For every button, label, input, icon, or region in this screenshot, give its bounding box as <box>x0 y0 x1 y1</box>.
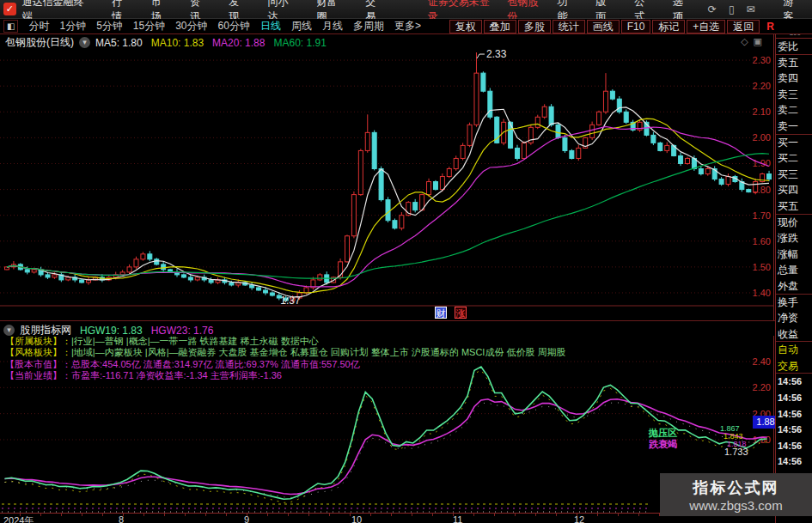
period-10[interactable]: 更多> <box>389 19 426 33</box>
sidebar-row-换手: 换手 <box>776 295 812 311</box>
indicator-value-1: HGW23: 1.76 <box>151 325 214 337</box>
tick-time-0: 14:56 <box>776 374 812 390</box>
info-line-label: 【股本市值】： <box>5 359 71 369</box>
tick-time-5: 14:56 <box>776 453 812 470</box>
sidebar-row-净资: 净资 <box>776 310 812 326</box>
x-axis-label-4: 11 <box>453 514 462 523</box>
svg-text:2.00: 2.00 <box>753 132 771 143</box>
end-label-3: 1.733 <box>724 447 748 457</box>
x-axis-label-3: 10 <box>351 514 362 523</box>
period-2[interactable]: 5分钟 <box>91 19 128 33</box>
tool-btn-8[interactable]: 返回 <box>727 20 760 33</box>
tick-time-1: 14:56 <box>776 390 812 406</box>
refresh-icon[interactable]: ⟳ <box>702 3 723 15</box>
period-0[interactable]: 分时 <box>23 19 54 33</box>
main-candlestick-chart[interactable]: 2.302.202.102.001.901.801.701.601.501.40… <box>0 34 775 320</box>
svg-text:2.20: 2.20 <box>753 81 771 91</box>
tool-btn-0[interactable]: 复权 <box>449 20 482 33</box>
info-line-label: 【风格板块】： <box>5 347 71 357</box>
sidebar-row-卖四: 卖四 <box>776 70 812 87</box>
svg-text:2.40: 2.40 <box>753 356 771 367</box>
mail-icon[interactable]: ✉ <box>741 3 761 15</box>
info-line-text: 总股本:454.05亿 流通盘:314.97亿 流通比:69.37% 流通市值:… <box>71 359 360 369</box>
stock-info-lines: 【所属板块】：|行业|—普钢 |概念|—一带一路 铁路基建 稀土永磁 数据中心【… <box>5 337 566 381</box>
chart-header: 包钢股份(日线) ▾ MA5: 1.80MA10: 1.83MA20: 1.88… <box>5 36 335 49</box>
info-line-text: |行业|—普钢 |概念|—一带一路 铁路基建 稀土永磁 数据中心 <box>71 336 319 346</box>
svg-text:1.70: 1.70 <box>753 210 771 221</box>
watermark-title: 指标公式网 <box>660 477 812 498</box>
chevron-down-icon[interactable]: ▾ <box>3 325 15 336</box>
svg-text:1.60: 1.60 <box>753 236 771 246</box>
indicator-values: HGW19: 1.83HGW23: 1.76 <box>80 325 213 337</box>
x-axis-label-2: 9 <box>244 514 249 523</box>
tool-btn-7[interactable]: +自选 <box>687 20 725 33</box>
svg-text:2.10: 2.10 <box>753 106 771 117</box>
info-line-label: 【所属板块】： <box>5 336 71 346</box>
svg-text:2.33: 2.33 <box>486 48 507 60</box>
indicator-value-0: HGW19: 1.83 <box>80 325 143 337</box>
sidebar-row-卖二: 卖二 <box>776 102 812 119</box>
x-axis-label-5: 12 <box>574 514 584 523</box>
watermark: 指标公式网 www.zbgs3.com <box>660 473 812 516</box>
top-menu-bar: ✓ 通达信金融终端 行情市场资讯发现问小达财富圈交易 证券交易未登录 包钢股份 … <box>0 0 812 19</box>
info-line-3: 【当前业绩】：市盈率:-116.71 净资收益率:-1.34 主营利润率:-1.… <box>5 371 566 381</box>
info-line-text: 市盈率:-116.71 净资收益率:-1.34 主营利润率:-1.36 <box>71 370 282 380</box>
event-mark-1: 涨 <box>455 307 467 319</box>
sidebar-auto-trade-0[interactable]: 自动 <box>776 342 812 358</box>
period-list: 分时1分钟5分钟15分钟30分钟60分钟日线周线月线多周期更多> <box>23 19 425 33</box>
sidebar-row-买一: 买一 <box>776 135 812 151</box>
x-axis-ticks <box>0 514 775 516</box>
tool-btn-5[interactable]: F10 <box>621 20 651 33</box>
svg-text:1.40: 1.40 <box>753 288 771 298</box>
sidebar-row-卖三: 卖三 <box>776 87 812 103</box>
app-logo-icon: ✓ <box>3 3 16 15</box>
svg-text:2.30: 2.30 <box>753 55 771 65</box>
info-line-label: 【当前业绩】： <box>5 370 71 380</box>
watermark-url: www.zbgs3.com <box>660 498 812 513</box>
x-axis-label-1: 8 <box>119 514 124 523</box>
sidebar-row-涨跌: 涨跌 <box>776 230 812 246</box>
ma-label-0: MA5: 1.80 <box>95 37 143 49</box>
mobile-icon[interactable]: ▯ <box>723 3 741 15</box>
period-5[interactable]: 60分钟 <box>213 19 255 33</box>
info-line-0: 【所属板块】：|行业|—普钢 |概念|—一带一路 铁路基建 稀土永磁 数据中心 <box>5 337 566 347</box>
tool-btn-6[interactable]: 标记 <box>652 20 685 33</box>
period-1[interactable]: 1分钟 <box>54 19 91 33</box>
info-line-1: 【风格板块】：|地域|—内蒙板块 |风格|—融资融券 大盘股 基金增仓 私募重仓… <box>5 348 566 358</box>
chevron-down-icon[interactable]: ▾ <box>79 37 90 48</box>
chart-corner-icons[interactable]: ◇▣ <box>741 36 767 47</box>
tool-btn-2[interactable]: 多股 <box>518 20 551 33</box>
period-3[interactable]: 15分钟 <box>128 19 170 33</box>
tool-btn-3[interactable]: 统计 <box>553 20 585 33</box>
toolbar-buttons: 复权叠加多股统计画线F10标记+自选返回R <box>448 20 774 33</box>
signal-label-1: 跌衰竭 <box>649 438 677 451</box>
window-layout-icon[interactable]: ◧ <box>3 20 18 33</box>
period-toolbar: ◧ 分时1分钟5分钟15分钟30分钟60分钟日线周线月线多周期更多> 复权叠加多… <box>0 19 812 34</box>
ma-labels: MA5: 1.80MA10: 1.83MA20: 1.88MA60: 1.91 <box>95 37 335 49</box>
period-4[interactable]: 30分钟 <box>170 19 212 33</box>
sidebar-auto-trade-1[interactable]: 交易 <box>776 358 812 374</box>
tool-btn-4[interactable]: 画线 <box>587 20 620 33</box>
r-flag: R <box>766 21 774 33</box>
sidebar-row-现价: 现价 <box>776 215 812 231</box>
sidebar-row-买五: 买五 <box>776 198 812 215</box>
sidebar-row-收益: 收益 <box>776 326 812 343</box>
tool-btn-1[interactable]: 叠加 <box>484 20 516 33</box>
event-mark-0: 财 <box>435 307 447 319</box>
sidebar-row-涨幅: 涨幅 <box>776 246 812 263</box>
ma-label-1: MA10: 1.83 <box>151 37 204 49</box>
tick-time-3: 14:56 <box>776 422 812 438</box>
sidebar-row-卖一: 卖一 <box>776 119 812 135</box>
quote-sidebar[interactable]: R 300 委比卖五卖四卖三卖二卖一买一买二买三买四买五现价涨跌涨幅总量外盘换手… <box>775 19 812 523</box>
period-9[interactable]: 多周期 <box>348 19 389 33</box>
sidebar-row-委比: 委比 <box>776 39 812 55</box>
svg-text:1.37: 1.37 <box>280 295 301 307</box>
period-6[interactable]: 日线 <box>255 19 286 33</box>
sidebar-row-卖五: 卖五 <box>776 55 812 71</box>
sidebar-row-买四: 买四 <box>776 182 812 198</box>
period-7[interactable]: 周线 <box>286 19 317 33</box>
period-8[interactable]: 月线 <box>317 19 348 33</box>
sidebar-row-外盘: 外盘 <box>776 278 812 295</box>
x-axis[interactable]: 2024年89101112 <box>0 513 775 523</box>
info-line-2: 【股本市值】：总股本:454.05亿 流通盘:314.97亿 流通比:69.37… <box>5 360 566 370</box>
